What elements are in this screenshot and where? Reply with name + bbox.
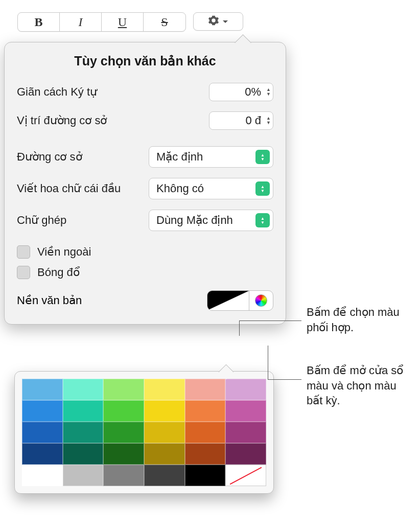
- callout-line: [239, 320, 240, 336]
- select-caret-icon: ▲▼: [255, 213, 270, 227]
- strikethrough-button[interactable]: S: [144, 13, 185, 31]
- char-spacing-stepper[interactable]: 0% ▲▼: [209, 83, 273, 101]
- ligature-select-value: Dùng Mặc định: [156, 214, 233, 227]
- color-swatch[interactable]: [225, 443, 266, 465]
- color-swatch[interactable]: [22, 379, 63, 400]
- popover-title: Tùy chọn văn bản khác: [17, 54, 273, 68]
- color-swatch[interactable]: [185, 422, 226, 443]
- char-spacing-label: Giãn cách Ký tự: [17, 85, 97, 99]
- select-caret-icon: ▲▼: [255, 181, 270, 196]
- baseline-label: Đường cơ sở: [17, 150, 82, 164]
- bold-button[interactable]: B: [18, 13, 60, 31]
- color-swatch[interactable]: [144, 465, 185, 486]
- color-swatch[interactable]: [22, 465, 63, 486]
- color-swatch[interactable]: [144, 443, 185, 465]
- baseline-pos-value: 0 đ: [245, 114, 261, 127]
- color-swatch[interactable]: [103, 422, 144, 443]
- color-palette-popover: [14, 371, 274, 494]
- baseline-select-value: Mặc định: [156, 150, 203, 164]
- color-wheel-button[interactable]: [249, 291, 273, 310]
- select-caret-icon: ▲▼: [255, 150, 270, 164]
- char-spacing-value: 0%: [245, 85, 261, 99]
- advanced-text-popover: Tùy chọn văn bản khác Giãn cách Ký tự 0%…: [4, 42, 286, 325]
- color-swatch[interactable]: [63, 400, 104, 422]
- text-bg-color-controls: [207, 290, 273, 311]
- color-wheel-icon: [255, 294, 267, 307]
- color-swatch[interactable]: [63, 422, 104, 443]
- color-swatch[interactable]: [22, 443, 63, 465]
- stepper-arrows-icon: ▲▼: [266, 116, 271, 125]
- shadow-checkbox[interactable]: [17, 266, 30, 279]
- underline-button[interactable]: U: [102, 13, 144, 31]
- color-swatch[interactable]: [103, 379, 144, 400]
- color-swatch[interactable]: [225, 379, 266, 400]
- swatch-grid: [22, 379, 266, 486]
- color-swatch[interactable]: [185, 379, 226, 400]
- ligature-label: Chữ ghép: [17, 214, 66, 227]
- color-swatch[interactable]: [144, 422, 185, 443]
- callout-line: [268, 346, 268, 379]
- baseline-select[interactable]: Mặc định ▲▼: [149, 146, 273, 168]
- callout-line: [239, 320, 301, 321]
- advanced-options-button[interactable]: [193, 12, 243, 31]
- capitalization-select[interactable]: Không có ▲▼: [149, 178, 273, 199]
- baseline-pos-stepper[interactable]: 0 đ ▲▼: [209, 111, 273, 130]
- baseline-pos-label: Vị trí đường cơ sở: [17, 114, 107, 127]
- color-swatch[interactable]: [144, 379, 185, 400]
- text-background-label: Nền văn bản: [17, 294, 82, 307]
- format-toolbar: B I U S: [17, 12, 243, 32]
- color-swatch-button[interactable]: [207, 291, 249, 310]
- chevron-down-icon: [222, 17, 228, 26]
- color-swatch[interactable]: [185, 443, 226, 465]
- color-swatch[interactable]: [63, 443, 104, 465]
- color-swatch[interactable]: [225, 465, 266, 486]
- color-swatch[interactable]: [225, 400, 266, 422]
- capitalization-select-value: Không có: [156, 182, 204, 195]
- shadow-label: Bóng đổ: [37, 266, 80, 279]
- color-swatch[interactable]: [185, 465, 226, 486]
- outline-checkbox[interactable]: [17, 245, 30, 259]
- capitalization-label: Viết hoa chữ cái đầu: [17, 182, 121, 195]
- color-swatch[interactable]: [22, 400, 63, 422]
- stepper-arrows-icon: ▲▼: [266, 87, 271, 97]
- text-style-group: B I U S: [17, 12, 186, 32]
- italic-button[interactable]: I: [60, 13, 102, 31]
- outline-label: Viền ngoài: [37, 245, 91, 259]
- callout-wheel-text: Bấm để mở cửa sổ màu và chọn màu bất kỳ.: [307, 363, 414, 408]
- color-swatch[interactable]: [185, 400, 226, 422]
- color-swatch[interactable]: [103, 443, 144, 465]
- color-swatch[interactable]: [225, 422, 266, 443]
- ligature-select[interactable]: Dùng Mặc định ▲▼: [149, 210, 273, 231]
- color-swatch[interactable]: [103, 465, 144, 486]
- color-swatch[interactable]: [103, 400, 144, 422]
- gear-icon: [208, 15, 219, 28]
- callout-swatch-text: Bấm để chọn màu phối hợp.: [307, 305, 414, 335]
- callout-line: [268, 379, 301, 380]
- color-swatch[interactable]: [63, 379, 104, 400]
- color-swatch[interactable]: [22, 422, 63, 443]
- color-swatch[interactable]: [144, 400, 185, 422]
- color-swatch[interactable]: [63, 465, 104, 486]
